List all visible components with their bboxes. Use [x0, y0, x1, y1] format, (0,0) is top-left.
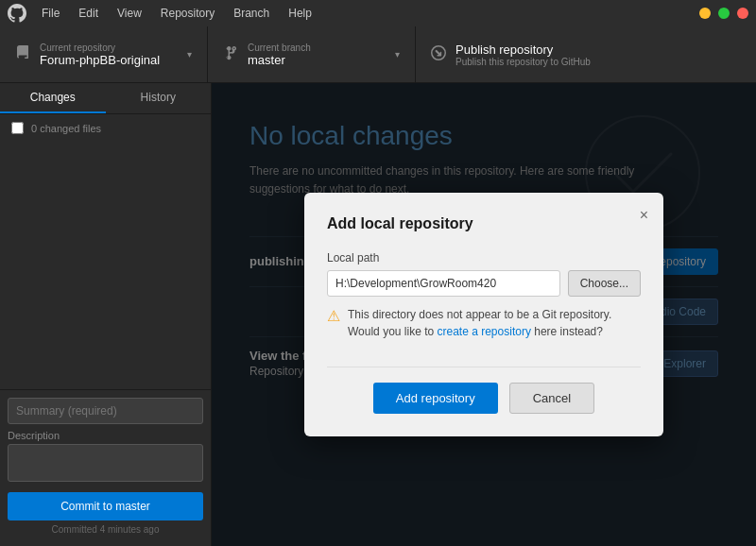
menu-help[interactable]: Help: [281, 5, 319, 22]
menu-repository[interactable]: Repository: [153, 5, 222, 22]
branch-icon: [223, 45, 238, 63]
choose-button[interactable]: Choose...: [568, 270, 641, 297]
committed-info: Committed 4 minutes ago: [8, 520, 203, 538]
warning-text-part2: here instead?: [531, 325, 603, 338]
warning-text: This directory does not appear to be a G…: [348, 306, 641, 340]
dialog-close-button[interactable]: ×: [640, 208, 648, 223]
repo-label: Current repository: [40, 43, 160, 53]
changed-files-count: 0 changed files: [31, 123, 101, 134]
sidebar-tabs: Changes History: [0, 83, 211, 114]
sidebar: Changes History 0 changed files Descript…: [0, 83, 212, 546]
toolbar: Current repository Forum-phpBB-original …: [0, 26, 756, 83]
close-btn[interactable]: [737, 8, 748, 19]
dialog-title: Add local repository: [327, 215, 641, 232]
warning-box: ⚠ This directory does not appear to be a…: [327, 306, 641, 351]
description-label: Description: [8, 424, 203, 444]
dialog-actions: Add repository Cancel: [327, 383, 641, 414]
select-all-checkbox[interactable]: [11, 122, 24, 134]
menu-file[interactable]: File: [34, 5, 67, 22]
commit-area: Description Commit to master Committed 4…: [0, 389, 211, 546]
commit-button[interactable]: Commit to master: [8, 492, 203, 520]
publish-icon: [431, 45, 446, 63]
branch-section[interactable]: Current branch master ▾: [208, 26, 416, 82]
app-body: Changes History 0 changed files Descript…: [0, 83, 756, 546]
summary-input[interactable]: [8, 398, 203, 424]
create-repo-link[interactable]: create a repository: [438, 325, 531, 338]
branch-label: Current branch: [248, 43, 311, 53]
tab-history[interactable]: History: [106, 83, 212, 113]
publish-sub: Publish this repository to GitHub: [455, 57, 591, 67]
branch-info: Current branch master: [248, 43, 311, 67]
menu-bar: File Edit View Repository Branch Help: [0, 0, 756, 26]
publish-section[interactable]: Publish repository Publish this reposito…: [416, 26, 606, 82]
minimize-btn[interactable]: [699, 8, 711, 19]
app-icon: [8, 4, 26, 23]
publish-info: Publish repository Publish this reposito…: [455, 43, 591, 67]
repo-dropdown-arrow: ▾: [187, 49, 192, 60]
repo-section[interactable]: Current repository Forum-phpBB-original …: [0, 26, 208, 82]
tab-changes[interactable]: Changes: [0, 83, 106, 113]
repo-info: Current repository Forum-phpBB-original: [40, 43, 160, 67]
menu-view[interactable]: View: [110, 5, 149, 22]
publish-label: Publish repository: [455, 43, 591, 57]
local-path-input[interactable]: [327, 270, 560, 297]
dialog-overlay: Add local repository × Local path Choose…: [212, 83, 756, 546]
add-repository-button[interactable]: Add repository: [373, 383, 498, 414]
dialog-divider: [327, 367, 641, 367]
menu-branch[interactable]: Branch: [226, 5, 277, 22]
maximize-btn[interactable]: [718, 8, 730, 19]
changes-header: 0 changed files: [0, 114, 211, 142]
branch-name: master: [248, 53, 311, 67]
repo-icon: [15, 45, 30, 63]
main-content: No local changes There are no uncommitte…: [212, 83, 756, 546]
add-local-repo-dialog: Add local repository × Local path Choose…: [304, 193, 663, 436]
window-controls: [699, 8, 748, 19]
branch-dropdown-arrow: ▾: [395, 49, 400, 60]
menu-edit[interactable]: Edit: [71, 5, 106, 22]
local-path-row: Choose...: [327, 270, 641, 297]
repo-name: Forum-phpBB-original: [40, 53, 160, 67]
cancel-button[interactable]: Cancel: [509, 383, 594, 414]
local-path-label: Local path: [327, 251, 641, 264]
description-input[interactable]: [8, 444, 203, 482]
warning-icon: ⚠: [327, 307, 340, 325]
